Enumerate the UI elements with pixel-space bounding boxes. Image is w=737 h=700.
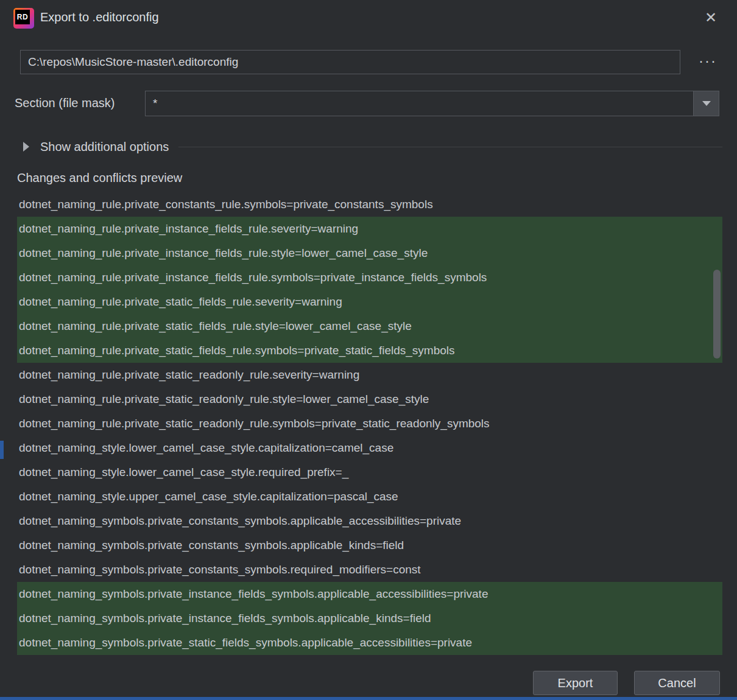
preview-row[interactable]: dotnet_naming_rule.private_instance_fiel…: [17, 217, 722, 241]
preview-list: dotnet_naming_rule.private_constants_rul…: [17, 192, 722, 655]
separator-line: [178, 147, 722, 147]
preview-row[interactable]: dotnet_naming_rule.private_instance_fiel…: [17, 241, 722, 265]
show-additional-options-toggle[interactable]: Show additional options: [23, 139, 722, 155]
preview-row[interactable]: dotnet_naming_symbols.private_static_fie…: [17, 631, 722, 655]
preview-row[interactable]: dotnet_naming_rule.private_static_readon…: [17, 387, 722, 411]
options-toggle-label: Show additional options: [40, 140, 169, 154]
preview-row[interactable]: dotnet_naming_rule.private_static_readon…: [17, 363, 722, 387]
section-file-mask-label: Section (file mask): [15, 96, 115, 110]
chevron-down-icon: [702, 101, 711, 106]
preview-row[interactable]: dotnet_naming_symbols.private_instance_f…: [17, 606, 722, 631]
file-mask-value: *: [153, 91, 157, 116]
preview-row[interactable]: dotnet_naming_style.lower_camel_case_sty…: [17, 436, 722, 460]
preview-row[interactable]: dotnet_naming_rule.private_static_readon…: [17, 411, 722, 436]
preview-row[interactable]: dotnet_naming_rule.private_static_fields…: [17, 314, 722, 338]
preview-row[interactable]: dotnet_naming_symbols.private_constants_…: [17, 558, 722, 582]
preview-row[interactable]: dotnet_naming_rule.private_constants_rul…: [17, 192, 722, 217]
editorconfig-path-input[interactable]: C:\repos\MusicStore-master\.editorconfig: [20, 50, 680, 74]
export-button[interactable]: Export: [533, 671, 618, 695]
preview-row[interactable]: dotnet_naming_style.upper_camel_case_sty…: [17, 485, 722, 509]
close-icon[interactable]: ✕: [700, 7, 721, 28]
preview-row[interactable]: dotnet_naming_rule.private_static_fields…: [17, 338, 722, 363]
preview-row[interactable]: dotnet_naming_symbols.private_instance_f…: [17, 582, 722, 606]
file-mask-combobox[interactable]: *: [145, 91, 719, 116]
scrollbar-thumb[interactable]: [713, 270, 721, 359]
preview-row[interactable]: dotnet_naming_rule.private_static_fields…: [17, 290, 722, 314]
export-editorconfig-dialog: RD Export to .editorconfig ✕ C:\repos\Mu…: [0, 0, 737, 700]
preview-heading: Changes and conflicts preview: [17, 171, 182, 185]
background-accent-bottom: [0, 697, 737, 700]
combobox-dropdown-button[interactable]: [693, 91, 719, 116]
preview-row[interactable]: dotnet_naming_symbols.private_constants_…: [17, 533, 722, 558]
rider-app-icon: RD: [13, 8, 34, 29]
dialog-title: Export to .editorconfig: [40, 10, 159, 24]
preview-row[interactable]: dotnet_naming_symbols.private_constants_…: [17, 509, 722, 533]
expand-arrow-icon: [23, 142, 29, 152]
preview-row[interactable]: dotnet_naming_rule.private_instance_fiel…: [17, 265, 722, 290]
rider-app-icon-text: RD: [15, 10, 30, 24]
preview-row[interactable]: dotnet_naming_style.lower_camel_case_sty…: [17, 460, 722, 485]
cancel-button[interactable]: Cancel: [634, 671, 720, 695]
background-accent-left: [0, 441, 4, 459]
browse-ellipsis-button[interactable]: ···: [690, 51, 725, 73]
